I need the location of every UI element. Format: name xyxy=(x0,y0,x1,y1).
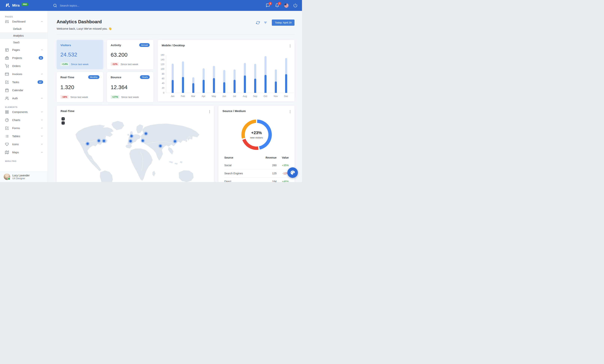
refresh-button[interactable] xyxy=(256,21,260,25)
map-zoom-out-button[interactable]: − xyxy=(62,121,65,125)
stat-period-badge[interactable]: Monthly xyxy=(88,75,100,79)
sidebar-item-orders[interactable]: Orders xyxy=(0,62,48,70)
top-navbar: Mira PRO 3 7 xyxy=(0,0,302,11)
stat-period-badge[interactable]: Yearly xyxy=(140,75,150,79)
sidebar-item-label: Maps xyxy=(12,151,19,154)
sidebar-item-label: Dashboard xyxy=(12,20,25,23)
language-flag-us[interactable] xyxy=(284,3,289,8)
cart-icon xyxy=(5,64,9,68)
stat-value: 12.364 xyxy=(111,84,150,90)
heart-icon xyxy=(5,142,9,146)
sidebar-item-label: Icons xyxy=(12,143,19,146)
user-role: UX Designer xyxy=(13,177,30,180)
theme-settings-fab[interactable] xyxy=(287,167,298,178)
source-medium-menu-button[interactable] xyxy=(289,109,291,114)
x-axis-label: Dec xyxy=(282,95,290,98)
navbar-actions: 3 7 xyxy=(266,3,302,8)
x-axis-label: Apr xyxy=(199,95,208,98)
map-zoom-controls: + − xyxy=(62,117,65,125)
stat-delta-chip: -12% xyxy=(111,62,119,66)
sidebar-item-label: Tables xyxy=(12,135,20,138)
donut-chart: +23% new visitors xyxy=(241,120,272,150)
navbar-search[interactable] xyxy=(53,4,112,8)
source-medium-table: SourceRevenueValue Social 260 +35%Search… xyxy=(224,155,289,182)
notifications-button[interactable]: 7 xyxy=(275,3,279,8)
stat-card-bounce: Bounce Yearly 12.364 +27% Since last wee… xyxy=(107,72,153,102)
x-axis-label: Aug xyxy=(241,95,249,98)
sidebar-item-invoices[interactable]: Invoices xyxy=(0,70,48,78)
search-input[interactable] xyxy=(60,4,112,7)
bar-mobile-nov xyxy=(275,81,277,93)
map-marker[interactable] xyxy=(144,131,148,136)
stat-delta-chip: +14% xyxy=(60,62,69,66)
x-axis-label: Feb xyxy=(179,95,187,98)
world-map[interactable] xyxy=(57,116,214,182)
bar-mobile-oct xyxy=(264,75,266,93)
sidebar-item-pages[interactable]: Pages xyxy=(0,46,48,54)
filter-button[interactable] xyxy=(264,21,267,25)
stat-note: Since last week xyxy=(121,96,139,99)
map-marker[interactable] xyxy=(140,138,145,143)
chevron-down-icon xyxy=(41,119,43,121)
layout-icon xyxy=(5,48,9,52)
sidebar-item-dashboard[interactable]: Dashboard xyxy=(0,17,48,25)
logout-button[interactable] xyxy=(293,3,298,8)
stat-period-badge[interactable]: Annual xyxy=(139,43,150,47)
pie-chart-icon xyxy=(5,118,9,122)
x-axis-label: Jan xyxy=(168,95,177,98)
map-marker[interactable] xyxy=(158,144,163,148)
sidebar-item-label: Pages xyxy=(12,48,20,51)
donut-center-value: +23% xyxy=(251,130,262,135)
y-axis-tick: 40 xyxy=(158,82,164,85)
table-header-source: Source xyxy=(224,155,257,161)
map-zoom-in-button[interactable]: + xyxy=(62,117,65,120)
sidebar-item-forms[interactable]: Forms xyxy=(0,124,48,132)
chevron-down-icon xyxy=(41,143,43,145)
sidebar-subitem-saas[interactable]: SaaS xyxy=(0,39,48,46)
page-title: Analytics Dashboard xyxy=(57,19,112,25)
mobile-desktop-chart-card: Mobile / Desktop 020406080100120140160Ja… xyxy=(158,40,294,101)
brand[interactable]: Mira PRO xyxy=(0,2,28,9)
y-axis-tick: 80 xyxy=(158,73,164,75)
map-marker[interactable] xyxy=(128,139,133,143)
map-marker[interactable] xyxy=(97,138,101,143)
calendar-icon xyxy=(5,88,9,92)
sidebar-section-mira-pro: MIRA PRO xyxy=(0,156,48,160)
chart-card-menu-button[interactable] xyxy=(289,44,291,48)
x-axis-label: Nov xyxy=(272,95,280,98)
date-range-button[interactable]: Today: April 29 xyxy=(272,20,294,26)
map-marker[interactable] xyxy=(85,141,90,146)
sidebar-item-auth[interactable]: Auth xyxy=(0,94,48,102)
sidebar-item-charts[interactable]: Charts xyxy=(0,116,48,124)
map-icon xyxy=(5,151,9,154)
map-card-menu-button[interactable] xyxy=(209,109,211,114)
page-header: Analytics Dashboard Welcome back, Lucy! … xyxy=(57,19,294,30)
sidebar-item-badge: 8 xyxy=(39,56,43,60)
sidebar-item-tasks[interactable]: Tasks17 xyxy=(0,78,48,86)
palette-icon xyxy=(290,170,295,175)
x-axis-label: Jul xyxy=(230,95,239,98)
sidebar-subitem-analytics[interactable]: Analytics xyxy=(0,32,48,39)
sidebar-item-projects[interactable]: Projects8 xyxy=(0,54,48,62)
sidebar-item-tables[interactable]: Tables xyxy=(0,132,48,140)
sidebar-item-maps[interactable]: Maps xyxy=(0,148,48,156)
cell-revenue: 164 xyxy=(257,177,277,182)
avatar xyxy=(4,174,10,180)
sidebar-user[interactable]: Lucy Lavender UX Designer xyxy=(0,171,48,182)
sidebar-item-components[interactable]: Components xyxy=(0,108,48,116)
table-row: Direct 164 +46% xyxy=(224,177,289,182)
sidebar-section-label: PAGES xyxy=(0,11,48,16)
stat-delta-chip: +27% xyxy=(111,95,119,99)
chevron-down-icon xyxy=(41,49,43,51)
source-medium-card: Source / Medium +23% new visitors Source… xyxy=(218,106,294,182)
map-marker[interactable] xyxy=(173,139,177,144)
sidebar-item-icons[interactable]: Icons xyxy=(0,140,48,148)
sidebar-subitem-default[interactable]: Default xyxy=(0,25,48,32)
messages-button[interactable]: 3 xyxy=(266,3,270,8)
sidebar-item-label: Invoices xyxy=(12,73,22,75)
y-axis-tick: 120 xyxy=(158,63,164,66)
briefcase-icon xyxy=(5,56,9,60)
map-marker[interactable] xyxy=(102,139,106,143)
sidebar-item-calendar[interactable]: Calendar xyxy=(0,86,48,94)
map-marker[interactable] xyxy=(129,134,134,138)
